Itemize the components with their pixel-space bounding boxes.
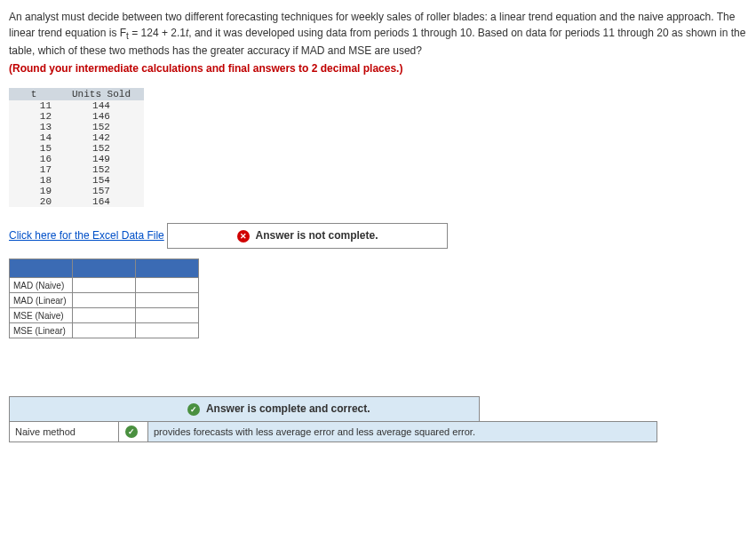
result-method-label: Naive method (10, 422, 119, 442)
rounding-instruction: (Round your intermediate calculations an… (9, 62, 747, 75)
answer-input-table: MAD (Naive) MAD (Linear) MSE (Naive) MSE… (9, 259, 199, 338)
status-incomplete-text: Answer is not complete. (256, 229, 378, 242)
table-row: 15152 (9, 143, 144, 154)
input-mad-naive-2[interactable] (136, 278, 199, 293)
excel-data-link[interactable]: Click here for the Excel Data File (9, 229, 164, 242)
input-mse-linear-2[interactable] (136, 323, 199, 338)
result-explanation: provides forecasts with less average err… (148, 422, 657, 442)
table-row: 16149 (9, 154, 144, 164)
table-row: 19157 (9, 186, 144, 196)
input-mse-naive[interactable] (73, 308, 136, 323)
input-mad-linear[interactable] (73, 293, 136, 308)
input-mad-naive[interactable] (73, 278, 136, 293)
status-complete-box: ✓ Answer is complete and correct. (9, 396, 480, 422)
result-check-cell: ✓ (119, 422, 148, 442)
table-row: 18154 (9, 175, 144, 186)
label-mad-linear: MAD (Linear) (10, 293, 73, 308)
question-text: An analyst must decide between two diffe… (9, 9, 747, 59)
table-row: 12146 (9, 111, 144, 122)
result-table: Naive method ✓ provides forecasts with l… (9, 421, 657, 442)
input-mse-linear[interactable] (73, 323, 136, 338)
status-complete-text: Answer is complete and correct. (206, 402, 370, 415)
error-icon: ✕ (237, 230, 250, 243)
table-row: 17152 (9, 164, 144, 175)
label-mse-naive: MSE (Naive) (10, 308, 73, 323)
check-icon: ✓ (187, 403, 200, 416)
table-row: 11144 (9, 100, 144, 111)
units-sold-table: t Units Sold 11144 12146 13152 14142 151… (9, 88, 144, 207)
label-mad-naive: MAD (Naive) (10, 278, 73, 293)
table-row: 14142 (9, 132, 144, 143)
input-mad-linear-2[interactable] (136, 293, 199, 308)
col-header-units: Units Sold (59, 88, 144, 100)
table-row: 13152 (9, 122, 144, 132)
label-mse-linear: MSE (Linear) (10, 323, 73, 338)
input-mse-naive-2[interactable] (136, 308, 199, 323)
table-row: 20164 (9, 196, 144, 207)
status-incomplete-box: ✕ Answer is not complete. (167, 223, 448, 249)
check-icon: ✓ (125, 426, 138, 438)
col-header-t: t (9, 88, 59, 100)
